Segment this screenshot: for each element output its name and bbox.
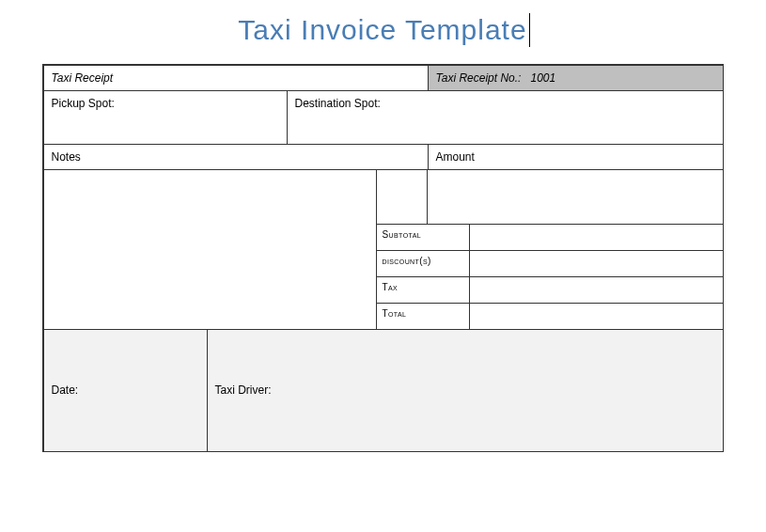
subtotal-amount[interactable] (469, 224, 724, 251)
driver-field[interactable]: Taxi Driver: (207, 329, 724, 452)
discount-label: discount(s) (376, 250, 470, 277)
page-title: Taxi Invoice Template (236, 13, 529, 47)
receipt-number: Taxi Receipt No.: 1001 (428, 65, 724, 91)
discount-amount[interactable] (469, 250, 724, 277)
subtotal-label: Subtotal (376, 224, 470, 251)
line-item-amount[interactable] (427, 169, 724, 225)
line-item-label[interactable] (376, 169, 428, 225)
destination-spot-field[interactable]: Destination Spot: (287, 90, 724, 145)
notes-field[interactable] (43, 169, 377, 330)
tax-amount[interactable] (469, 276, 724, 304)
total-label: Total (376, 303, 470, 330)
driver-label: Taxi Driver: (215, 383, 272, 397)
invoice-form: Taxi Receipt Taxi Receipt No.: 1001 Pick… (42, 64, 724, 452)
date-label: Date: (52, 383, 79, 397)
notes-header: Notes (43, 144, 429, 170)
receipt-label: Taxi Receipt (43, 65, 429, 91)
amount-header: Amount (428, 144, 724, 170)
receipt-no-value: 1001 (530, 71, 555, 85)
tax-label: Tax (376, 276, 470, 304)
receipt-no-label: Taxi Receipt No.: (436, 71, 522, 85)
date-field[interactable]: Date: (43, 329, 208, 452)
pickup-spot-field[interactable]: Pickup Spot: (43, 90, 288, 145)
total-amount[interactable] (469, 303, 724, 330)
